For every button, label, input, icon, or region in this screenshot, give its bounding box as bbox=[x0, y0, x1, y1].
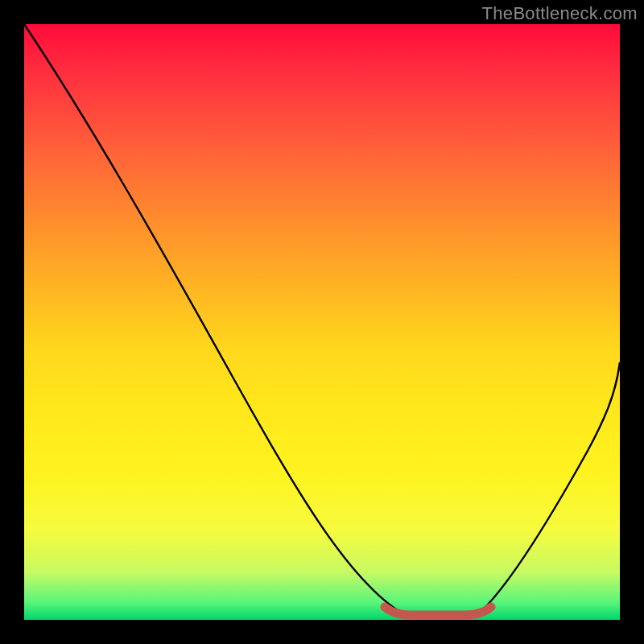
bottleneck-curve bbox=[24, 24, 620, 620]
chart-frame: TheBottleneck.com bbox=[0, 0, 644, 644]
plot-area bbox=[24, 24, 620, 620]
watermark-text: TheBottleneck.com bbox=[482, 3, 638, 24]
curve-path bbox=[24, 24, 620, 613]
trough-marker bbox=[385, 607, 491, 615]
